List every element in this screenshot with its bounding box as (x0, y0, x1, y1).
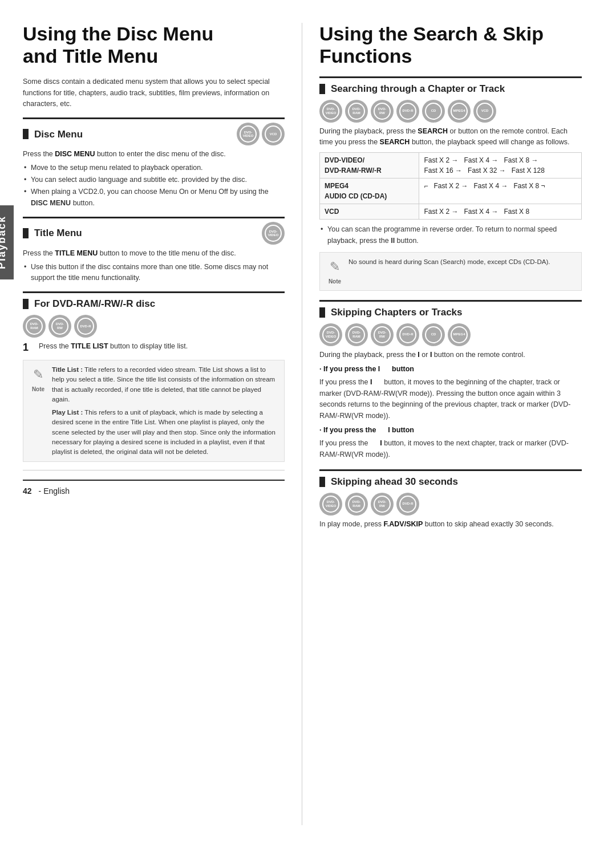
right-column: Using the Search & SkipFunctions Searchi… (302, 23, 582, 825)
skip-dvd-ram-icon: DVD-RAM (345, 323, 368, 346)
disc-menu-header: Disc Menu DVD-VIDEO VCD (23, 117, 285, 145)
note-content: Title List : Title refers to a recorded … (52, 365, 278, 457)
skip-cd-icon: CD (422, 323, 445, 346)
skip-dvd-video-icon: DVD-VIDEO (319, 323, 342, 346)
prev-button-title: · If you press the I button (319, 364, 582, 375)
step-1-text: Press the TITLE LIST button to display t… (39, 341, 188, 352)
table-cell-value-1: Fast X 2 → Fast X 4 → Fast X 8 →Fast X 1… (419, 153, 582, 178)
dvd-ram-note-box: ✎ Note Title List : Title refers to a re… (23, 360, 285, 462)
disc-menu-section: Disc Menu DVD-VIDEO VCD Press the DISC M… (23, 117, 285, 209)
title-menu-bullet-1: Use this button if the disc contains mor… (23, 262, 285, 284)
skipping-body: During the playback, press the I or I bu… (319, 350, 582, 360)
table-cell-label-1: DVD-VIDEO/DVD-RAM/-RW/-R (320, 153, 419, 178)
skipping-section: Skipping Chapters or Tracks DVD-VIDEO DV… (319, 300, 582, 460)
table-cell-label-3: VCD (320, 204, 419, 220)
right-section-title: Using the Search & SkipFunctions (319, 23, 582, 67)
skip30-dvd-video-icon: DVD-VIDEO (319, 493, 342, 516)
vcd-icon: VCD (262, 123, 285, 145)
disc-menu-body: Press the DISC MENU button to enter the … (23, 149, 285, 160)
search-vcd-icon: VCD (473, 100, 496, 123)
note-label: Note (30, 384, 46, 393)
searching-body: During the playback, press the SEARCH or… (319, 126, 582, 148)
prev-button-body: If you press the I button, it moves to t… (319, 377, 582, 421)
table-row: DVD-VIDEO/DVD-RAM/-RW/-R Fast X 2 → Fast… (320, 153, 582, 178)
skipping30-header: Skipping ahead 30 seconds (319, 469, 582, 489)
search-speed-table: DVD-VIDEO/DVD-RAM/-RW/-R Fast X 2 → Fast… (319, 152, 582, 220)
title-menu-header: Title Menu DVD-VIDEO (23, 217, 285, 245)
page: Playback Using the Disc Menuand Title Me… (0, 0, 616, 848)
skip-dvd-r-icon: DVD-R (396, 323, 419, 346)
left-section-title: Using the Disc Menuand Title Menu (23, 23, 285, 67)
search-dvd-r-icon: DVD-R (396, 100, 419, 123)
left-intro-text: Some discs contain a dedicated menu syst… (23, 76, 285, 109)
next-button-title: · If you press the I button (319, 425, 582, 436)
step-number: 1 (23, 341, 34, 354)
table-cell-label-2: MPEG4AUDIO CD (CD-DA) (320, 178, 419, 204)
table-cell-value-2: ⌐ Fast X 2 → Fast X 4 → Fast X 8 ¬ (419, 178, 582, 204)
searching-note-icon: ✎ (330, 257, 340, 276)
title-menu-section: Title Menu DVD-VIDEO Press the TITLE MEN… (23, 217, 285, 283)
next-button-body: If you press the I button, it moves to t… (319, 438, 582, 460)
footer: 42 - English (23, 480, 285, 497)
left-bottom-divider (23, 470, 285, 470)
skipping-icons-row: DVD-VIDEO DVD-RAM DVD-RW DVD-R CD (319, 323, 582, 346)
skipping30-section: Skipping ahead 30 seconds DVD-VIDEO DVD-… (319, 469, 582, 530)
disc-menu-bullet-3: When plaing a VCD2.0, you can choose Men… (23, 186, 285, 209)
search-dvd-ram-icon: DVD-RAM (345, 100, 368, 123)
searching-note-label: Note (327, 276, 343, 286)
dvd-rw-icon: DVD-RW (48, 315, 71, 338)
content-columns: Playback Using the Disc Menuand Title Me… (23, 23, 593, 825)
searching-section: Searching through a Chapter or Track DVD… (319, 76, 582, 291)
search-cd-icon: CD (422, 100, 445, 123)
search-dvd-video-icon: DVD-VIDEO (319, 100, 342, 123)
searching-bullet-1: You can scan the programme in reverse or… (319, 224, 582, 246)
dvd-r-icon: DVD-R (74, 315, 97, 338)
skip-mpeg4-icon: MPEG4 (448, 323, 471, 346)
skip-dvd-rw-icon: DVD-RW (371, 323, 394, 346)
title-menu-body: Press the TITLE MENU button to move to t… (23, 248, 285, 259)
table-cell-value-3: Fast X 2 → Fast X 4 → Fast X 8 (419, 204, 582, 220)
skipping30-icons-row: DVD-VIDEO DVD-RAM DVD-RW DVD-R (319, 493, 582, 516)
searching-header: Searching through a Chapter or Track (319, 76, 582, 96)
dvd-ram-header: For DVD-RAM/-RW/-R disc (23, 291, 285, 311)
page-number: 42 (23, 485, 32, 497)
dvd-ram-section: For DVD-RAM/-RW/-R disc DVD-RAM DVD-RW D… (23, 291, 285, 462)
search-dvd-rw-icon: DVD-RW (371, 100, 394, 123)
step-1-row: 1 Press the TITLE LIST button to display… (23, 341, 285, 354)
title-menu-dvd-video-icon: DVD-VIDEO (262, 222, 285, 245)
disc-menu-bullet-2: You can select audio language and subtit… (23, 175, 285, 185)
searching-note-content: No sound is heard during Scan (Search) m… (348, 257, 550, 286)
table-row: VCD Fast X 2 → Fast X 4 → Fast X 8 (320, 204, 582, 220)
skipping30-title: Skipping ahead 30 seconds (319, 474, 582, 489)
left-column: Playback Using the Disc Menuand Title Me… (23, 23, 302, 825)
dvd-video-icon: DVD-VIDEO (237, 123, 260, 145)
searching-note-text: No sound is heard during Scan (Search) m… (348, 257, 550, 267)
disc-menu-icons: DVD-VIDEO VCD (237, 123, 285, 145)
title-list-note: Title List : Title refers to a recorded … (52, 365, 278, 404)
skip30-dvd-rw-icon: DVD-RW (371, 493, 394, 516)
dvd-ram-icons-row: DVD-RAM DVD-RW DVD-R (23, 315, 285, 338)
skipping-title: Skipping Chapters or Tracks (319, 305, 582, 320)
note-pencil-icon: ✎ (33, 365, 43, 384)
page-language: - English (39, 485, 70, 497)
disc-menu-title: Disc Menu (23, 127, 83, 142)
dvd-ram-icon: DVD-RAM (23, 315, 46, 338)
table-row: MPEG4AUDIO CD (CD-DA) ⌐ Fast X 2 → Fast … (320, 178, 582, 204)
skipping-header: Skipping Chapters or Tracks (319, 300, 582, 320)
searching-title: Searching through a Chapter or Track (319, 82, 582, 96)
playback-tab: Playback (0, 205, 14, 279)
searching-icons-row: DVD-VIDEO DVD-RAM DVD-RW DVD-R CD (319, 100, 582, 123)
search-mpeg4-icon: MPEG4 (448, 100, 471, 123)
dvd-ram-title: For DVD-RAM/-RW/-R disc (23, 297, 155, 311)
title-menu-icons: DVD-VIDEO (262, 222, 285, 245)
disc-menu-bullet-1: Move to the setup menu related to playba… (23, 163, 285, 173)
title-menu-title: Title Menu (23, 226, 82, 241)
skip30-dvd-ram-icon: DVD-RAM (345, 493, 368, 516)
searching-note-box: ✎ Note No sound is heard during Scan (Se… (319, 252, 582, 291)
skipping30-body: In play mode, press F.ADV/SKIP button to… (319, 519, 582, 530)
skip30-dvd-r-icon: DVD-R (396, 493, 419, 516)
play-list-note: Play List : This refers to a unit of pla… (52, 408, 278, 457)
